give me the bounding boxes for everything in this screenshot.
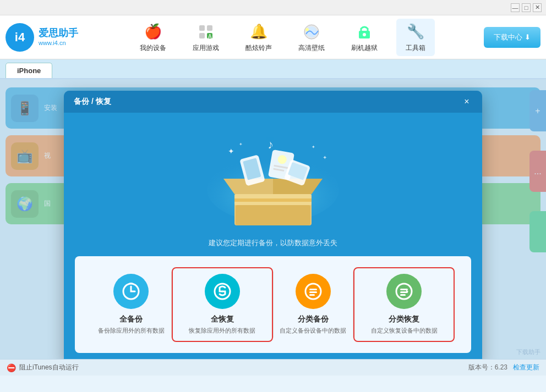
- nav-item-wallpapers[interactable]: 高清壁纸: [291, 19, 332, 56]
- category-restore-desc: 自定义恢复设备中的数据: [371, 327, 438, 335]
- svg-rect-0: [199, 25, 205, 31]
- nav-label-wallpapers: 高清壁纸: [298, 43, 325, 53]
- svg-text:✦: ✦: [312, 145, 315, 150]
- minimize-button[interactable]: —: [511, 3, 520, 12]
- bell-icon: 🔔: [249, 22, 269, 42]
- modal-title: 备份 / 恢复: [74, 97, 111, 107]
- svg-rect-33: [309, 294, 315, 296]
- modal-body: ♪ ✦ ✦ ✦ ✦ 建议您定期进行备份，以防数据意外丢失: [64, 113, 482, 363]
- backup-restore-modal: 备份 / 恢复 ×: [64, 91, 482, 363]
- logo-url: www.i4.cn: [39, 40, 78, 47]
- svg-text:A: A: [208, 34, 212, 40]
- status-right: 版本号：6.23 检查更新: [468, 363, 539, 372]
- category-backup-card[interactable]: 分类备份 自定义备份设备中的数据: [273, 274, 353, 335]
- svg-text:✦: ✦: [323, 154, 327, 161]
- nav-item-jailbreak[interactable]: 刷机越狱: [343, 19, 385, 56]
- full-backup-card[interactable]: 全备份 备份除应用外的所有数据: [91, 274, 171, 335]
- category-backup-label: 分类备份: [298, 314, 329, 324]
- tab-bar: iPhone: [0, 59, 546, 79]
- illustration-subtitle: 建议您定期进行备份，以防数据意外丢失: [209, 238, 337, 248]
- full-restore-desc: 恢复除应用外的所有数据: [189, 327, 255, 335]
- title-bar: — □ ✕: [0, 0, 546, 15]
- svg-rect-32: [309, 291, 317, 293]
- category-backup-icon: [296, 274, 331, 309]
- nav-label-apps: 应用游戏: [193, 43, 219, 53]
- svg-rect-31: [309, 289, 317, 290]
- apple-icon: 🍎: [143, 22, 163, 42]
- svg-point-7: [305, 28, 309, 31]
- logo-title: 爱思助手: [39, 27, 78, 40]
- full-restore-label: 全恢复: [211, 314, 234, 324]
- close-button[interactable]: ✕: [533, 3, 542, 12]
- full-restore-icon: [205, 274, 240, 309]
- nav-items: 🍎 我的设备 A 应用游戏 🔔 酷炫铃声: [83, 19, 484, 56]
- svg-rect-12: [236, 205, 310, 225]
- svg-rect-35: [400, 289, 408, 290]
- full-backup-desc: 备份除应用外的所有数据: [98, 327, 165, 335]
- svg-text:✦: ✦: [228, 147, 234, 156]
- full-restore-card-highlight[interactable]: 全恢复 恢复除应用外的所有数据: [172, 267, 273, 341]
- nav-item-my-device[interactable]: 🍎 我的设备: [132, 19, 174, 56]
- modal-header: 备份 / 恢复 ×: [64, 91, 482, 113]
- apps-icon: A: [196, 22, 216, 42]
- svg-rect-2: [199, 33, 205, 38]
- illustration-image: ♪ ✦ ✦ ✦ ✦: [190, 124, 356, 234]
- watermark: 下载助手: [516, 348, 540, 356]
- category-restore-card: 分类恢复 自定义恢复设备中的数据: [360, 274, 448, 335]
- category-restore-label: 分类恢复: [389, 314, 419, 324]
- logo-icon: i4: [6, 23, 34, 52]
- nav-item-apps[interactable]: A 应用游戏: [185, 19, 227, 56]
- wallpaper-icon: [302, 22, 321, 42]
- modal-overlay: 备份 / 恢复 ×: [0, 79, 546, 376]
- stop-icon: ⛔: [7, 363, 16, 372]
- header: i4 爱思助手 www.i4.cn 🍎 我的设备 A 应用游戏: [0, 15, 546, 59]
- jailbreak-icon: [354, 22, 374, 42]
- nav-item-toolbox[interactable]: 🔧 工具箱: [396, 19, 435, 56]
- nav-label-ringtones: 酷炫铃声: [245, 43, 272, 53]
- nav-label-my-device: 我的设备: [140, 43, 166, 53]
- category-backup-desc: 自定义备份设备中的数据: [280, 327, 346, 335]
- svg-text:✦: ✦: [239, 142, 243, 147]
- svg-point-9: [363, 33, 366, 36]
- nav-label-jailbreak: 刷机越狱: [351, 43, 378, 53]
- full-backup-label: 全备份: [119, 314, 143, 324]
- toolbox-icon: 🔧: [406, 22, 425, 42]
- logo-area: i4 爱思助手 www.i4.cn: [6, 23, 83, 52]
- tab-iphone[interactable]: iPhone: [6, 63, 52, 78]
- version-label: 版本号：6.23: [468, 363, 507, 372]
- full-restore-card: 全恢复 恢复除应用外的所有数据: [178, 274, 266, 335]
- category-restore-card-highlight[interactable]: 分类恢复 自定义恢复设备中的数据: [353, 267, 455, 341]
- logo-text: 爱思助手 www.i4.cn: [39, 27, 78, 47]
- svg-text:♪: ♪: [267, 137, 274, 152]
- nav-item-ringtones[interactable]: 🔔 酷炫铃声: [238, 19, 280, 56]
- svg-rect-14: [234, 198, 312, 202]
- action-cards: 全备份 备份除应用外的所有数据: [75, 256, 471, 352]
- status-bar: ⛔ 阻止iTunes自动运行 版本号：6.23 检查更新: [0, 359, 546, 376]
- svg-rect-1: [207, 25, 212, 31]
- check-update-link[interactable]: 检查更新: [513, 363, 539, 372]
- download-center-button[interactable]: 下载中心 ⬇: [484, 27, 540, 48]
- illustration-area: ♪ ✦ ✦ ✦ ✦ 建议您定期进行备份，以防数据意外丢失: [75, 118, 471, 256]
- maximize-button[interactable]: □: [522, 3, 531, 12]
- itunes-status-label: 阻止iTunes自动运行: [19, 363, 79, 372]
- svg-rect-37: [400, 294, 406, 296]
- modal-close-button[interactable]: ×: [461, 96, 472, 107]
- full-backup-icon: [113, 274, 149, 309]
- status-left: ⛔ 阻止iTunes自动运行: [7, 363, 79, 372]
- category-restore-icon: [386, 274, 422, 309]
- nav-label-toolbox: 工具箱: [406, 43, 425, 53]
- main-content: 📱 安装 📺 视 🌍 国 + ... 备份 / 恢复 ×: [0, 79, 546, 376]
